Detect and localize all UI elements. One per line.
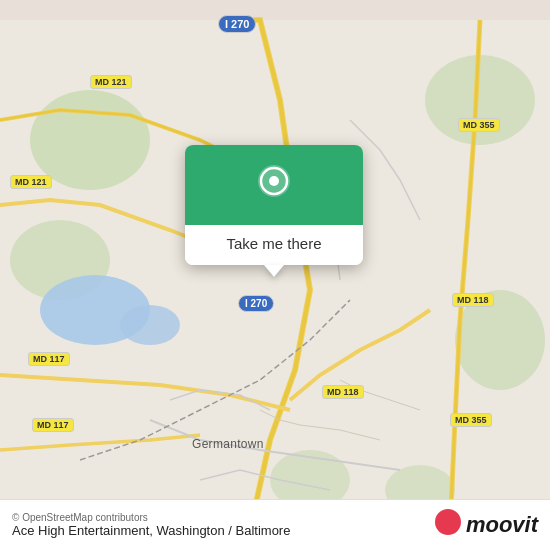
bottom-bar-left: © OpenStreetMap contributors Ace High En…	[12, 512, 290, 538]
popup-header	[185, 145, 363, 225]
moovit-logo: moovit	[434, 508, 538, 542]
road-label-md117-1: MD 117	[28, 352, 70, 366]
road-label-md355-top: MD 355	[458, 118, 500, 132]
svg-point-14	[444, 518, 452, 526]
moovit-brand-text: moovit	[466, 512, 538, 538]
road-label-md121-2: MD 121	[10, 175, 52, 189]
moovit-pin-icon	[434, 508, 462, 542]
location-popup: Take me there	[185, 145, 363, 265]
copyright-text: © OpenStreetMap contributors	[12, 512, 290, 523]
road-label-md117-2: MD 117	[32, 418, 74, 432]
svg-point-4	[120, 305, 180, 345]
popup-button-area: Take me there	[185, 225, 363, 265]
location-pin-icon	[254, 163, 294, 211]
road-label-i270-top: I 270	[218, 15, 256, 33]
road-label-md121-1: MD 121	[90, 75, 132, 89]
germantown-label: Germantown	[192, 437, 264, 451]
bottom-info-bar: © OpenStreetMap contributors Ace High En…	[0, 499, 550, 550]
take-me-there-button[interactable]: Take me there	[226, 235, 321, 252]
road-label-md355-bottom: MD 355	[450, 413, 492, 427]
road-label-i270-mid: I 270	[238, 295, 274, 312]
road-label-md118-right: MD 118	[452, 293, 494, 307]
map-container: I 270 MD 121 MD 355 MD 121 I 270 MD 118 …	[0, 0, 550, 550]
road-label-md118-bottom: MD 118	[322, 385, 364, 399]
svg-point-11	[269, 176, 279, 186]
location-title: Ace High Entertainment, Washington / Bal…	[12, 523, 290, 538]
